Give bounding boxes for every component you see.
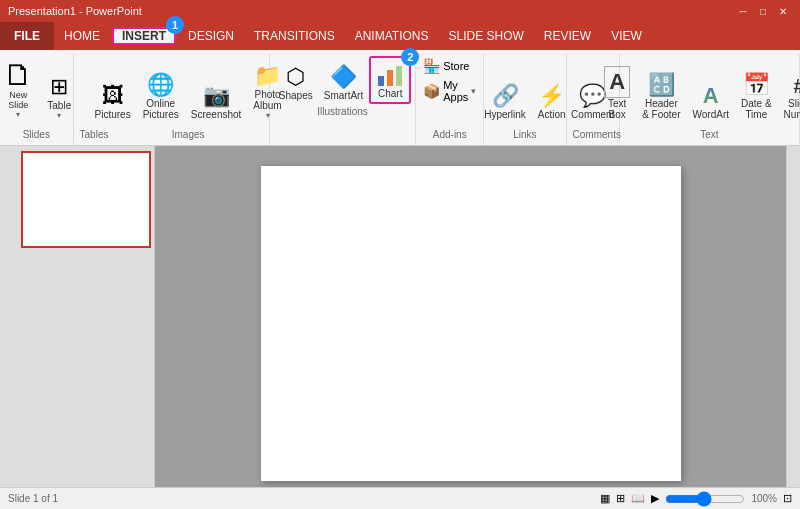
header-footer-button[interactable]: 🔠 Header& Footer bbox=[637, 70, 685, 123]
table-button[interactable]: ⊞ Table ▾ bbox=[42, 56, 76, 123]
textbox-icon: A bbox=[604, 66, 630, 98]
illustrations-items: ⬡ Shapes 🔷 SmartArt Chart bbox=[274, 56, 411, 104]
online-pictures-icon: 🌐 bbox=[147, 74, 174, 96]
reading-view-btn[interactable]: 📖 bbox=[631, 492, 645, 505]
date-time-button[interactable]: 📅 Date &Time bbox=[736, 70, 777, 123]
text-group-label: Text bbox=[626, 127, 793, 143]
comments-group-label: Comments bbox=[573, 127, 613, 143]
slide-thumbnail[interactable]: 1 bbox=[5, 151, 149, 248]
app-title: Presentation1 - PowerPoint bbox=[8, 5, 142, 17]
hyperlink-button[interactable]: 🔗 Hyperlink bbox=[479, 81, 531, 123]
tab-animations[interactable]: ANIMATIONS bbox=[345, 22, 439, 50]
images-group: 🖼 Pictures 🌐 OnlinePictures 📷 Screenshot… bbox=[107, 54, 269, 145]
store-icon: 🏪 bbox=[423, 58, 440, 74]
slide-number-button[interactable]: # SlideNum… bbox=[779, 71, 800, 123]
maximize-btn[interactable]: □ bbox=[754, 3, 772, 19]
slides-group-items: 🗋 NewSlide ▾ ⊞ Table ▾ bbox=[0, 56, 76, 127]
svg-rect-0 bbox=[378, 76, 384, 86]
online-pictures-button[interactable]: 🌐 OnlinePictures bbox=[138, 70, 184, 123]
images-group-label: Images bbox=[113, 127, 262, 143]
hyperlink-label: Hyperlink bbox=[484, 109, 526, 120]
chart-button[interactable]: Chart bbox=[372, 59, 408, 101]
new-slide-label: NewSlide bbox=[8, 90, 28, 110]
action-icon: ⚡ bbox=[538, 85, 565, 107]
tab-design[interactable]: DESIGN bbox=[178, 22, 244, 50]
action-button[interactable]: ⚡ Action bbox=[533, 81, 571, 123]
slide-thumb-inner bbox=[21, 151, 151, 248]
tab-view[interactable]: VIEW bbox=[601, 22, 652, 50]
textbox-label: TextBox bbox=[608, 98, 626, 120]
text-items: A TextBox 🔠 Header& Footer A WordArt 📅 D… bbox=[599, 56, 800, 127]
svg-rect-2 bbox=[396, 66, 402, 86]
view-controls: ▦ ⊞ 📖 ▶ 100% ⊡ bbox=[600, 491, 792, 507]
fit-to-window-btn[interactable]: ⊡ bbox=[783, 492, 792, 505]
menu-bar: FILE HOME INSERT 1 DESIGN TRANSITIONS AN… bbox=[0, 22, 800, 50]
links-group: 🔗 Hyperlink ⚡ Action Links bbox=[484, 54, 566, 145]
store-label: Store bbox=[443, 60, 469, 72]
hyperlink-icon: 🔗 bbox=[492, 85, 519, 107]
ribbon: 🗋 NewSlide ▾ ⊞ Table ▾ Slides Tables 🖼 P… bbox=[0, 50, 800, 146]
zoom-level: 100% bbox=[751, 493, 777, 504]
screenshot-icon: 📷 bbox=[203, 85, 230, 107]
chart-label: Chart bbox=[378, 88, 402, 99]
slide-canvas[interactable] bbox=[261, 166, 681, 481]
slides-group-label: Slides bbox=[6, 127, 67, 143]
slides-group: 🗋 NewSlide ▾ ⊞ Table ▾ Slides bbox=[0, 54, 74, 145]
scrollbar-panel bbox=[786, 146, 800, 509]
new-slide-arrow: ▾ bbox=[16, 110, 20, 119]
screenshot-button[interactable]: 📷 Screenshot bbox=[186, 81, 247, 123]
slide-sorter-btn[interactable]: ⊞ bbox=[616, 492, 625, 505]
svg-rect-1 bbox=[387, 70, 393, 86]
store-button[interactable]: 🏪 Store bbox=[420, 56, 479, 76]
slide-number-icon: # bbox=[794, 75, 800, 98]
text-group: A TextBox 🔠 Header& Footer A WordArt 📅 D… bbox=[620, 54, 800, 145]
action-label: Action bbox=[538, 109, 566, 120]
tab-home[interactable]: HOME bbox=[54, 22, 110, 50]
pictures-label: Pictures bbox=[95, 109, 131, 120]
smartart-button[interactable]: 🔷 SmartArt bbox=[319, 62, 368, 104]
images-group-items: 🖼 Pictures 🌐 OnlinePictures 📷 Screenshot… bbox=[90, 56, 287, 127]
wordart-button[interactable]: A WordArt bbox=[688, 79, 735, 123]
online-pictures-label: OnlinePictures bbox=[143, 98, 179, 120]
links-items: 🔗 Hyperlink ⚡ Action bbox=[479, 56, 570, 127]
pictures-icon: 🖼 bbox=[102, 85, 124, 107]
step-badge-1: 1 bbox=[166, 16, 184, 34]
tab-review[interactable]: REVIEW bbox=[534, 22, 601, 50]
addins-top: 🏪 Store 📦 My Apps ▾ bbox=[420, 56, 479, 127]
textbox-button[interactable]: A TextBox bbox=[599, 62, 635, 123]
my-apps-button[interactable]: 📦 My Apps ▾ bbox=[420, 77, 479, 105]
smartart-label: SmartArt bbox=[324, 90, 363, 101]
smartart-icon: 🔷 bbox=[330, 66, 357, 88]
pictures-button[interactable]: 🖼 Pictures bbox=[90, 81, 136, 123]
title-bar: Presentation1 - PowerPoint ─ □ ✕ bbox=[0, 0, 800, 22]
new-slide-button[interactable]: 🗋 NewSlide ▾ bbox=[0, 56, 40, 123]
tab-slideshow[interactable]: SLIDE SHOW bbox=[438, 22, 533, 50]
date-time-label: Date &Time bbox=[741, 98, 772, 120]
menu-tabs: HOME INSERT 1 DESIGN TRANSITIONS ANIMATI… bbox=[54, 22, 652, 50]
header-footer-label: Header& Footer bbox=[642, 98, 680, 120]
illustrations-group-label: Illustrations bbox=[274, 104, 411, 120]
date-time-icon: 📅 bbox=[743, 74, 770, 96]
normal-view-btn[interactable]: ▦ bbox=[600, 492, 610, 505]
tab-transitions[interactable]: TRANSITIONS bbox=[244, 22, 345, 50]
my-apps-arrow: ▾ bbox=[471, 86, 476, 96]
close-btn[interactable]: ✕ bbox=[774, 3, 792, 19]
file-tab[interactable]: FILE bbox=[0, 22, 54, 50]
canvas-area bbox=[155, 146, 786, 509]
chart-area: Chart 2 bbox=[369, 56, 411, 104]
shapes-button[interactable]: ⬡ Shapes bbox=[274, 62, 318, 104]
table-arrow: ▾ bbox=[57, 111, 61, 120]
window-controls: ─ □ ✕ bbox=[734, 3, 792, 19]
minimize-btn[interactable]: ─ bbox=[734, 3, 752, 19]
chart-icon bbox=[376, 62, 404, 88]
links-group-label: Links bbox=[490, 127, 559, 143]
slide-panel: 1 bbox=[0, 146, 155, 509]
wordart-icon: A bbox=[703, 83, 719, 109]
slide-show-btn[interactable]: ▶ bbox=[651, 492, 659, 505]
header-footer-icon: 🔠 bbox=[648, 74, 675, 96]
table-icon: ⊞ bbox=[50, 76, 68, 98]
new-slide-icon: 🗋 bbox=[3, 60, 33, 90]
slide-number-label: SlideNum… bbox=[784, 98, 800, 120]
addins-group-label: Add-ins bbox=[420, 127, 479, 143]
zoom-slider[interactable] bbox=[665, 491, 745, 507]
